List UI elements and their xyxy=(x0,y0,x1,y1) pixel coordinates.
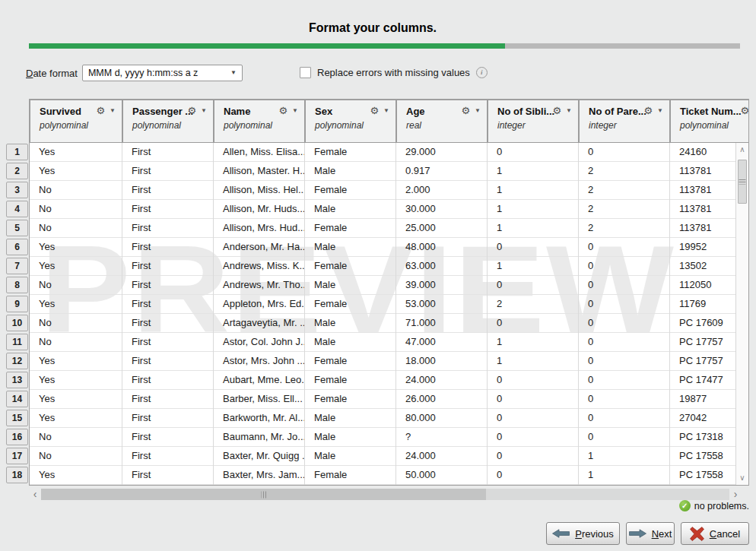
table-cell: 39.000 xyxy=(396,276,488,295)
column-header-no-of-pare[interactable]: No of Pare...⚙▼integer xyxy=(579,100,670,143)
column-header-sex[interactable]: Sex⚙▼polynominal xyxy=(305,100,396,143)
column-header-icons: ⚙▼ xyxy=(187,106,207,116)
date-format-select[interactable]: MMM d, yyyy h:mm:ss a z ▼ xyxy=(82,65,243,81)
table-cell: Yes xyxy=(30,371,122,390)
row-number: 16 xyxy=(6,429,28,445)
table-cell: Appleton, Mrs. Ed... xyxy=(214,295,305,314)
table-cell: Allison, Mr. Huds... xyxy=(214,200,305,219)
gear-icon[interactable]: ⚙ xyxy=(96,106,105,116)
chevron-down-icon[interactable]: ▼ xyxy=(566,108,572,114)
next-button[interactable]: Next xyxy=(626,522,675,545)
gear-icon[interactable]: ⚙ xyxy=(187,106,196,116)
row-number: 6 xyxy=(6,239,28,255)
row-number-gutter: 123456789101112131415161718 xyxy=(6,144,28,486)
row-number: 9 xyxy=(6,296,28,312)
column-header-survived[interactable]: Survived⚙▼polynominal xyxy=(30,100,122,143)
table-cell: First xyxy=(122,238,214,257)
table-cell: 0 xyxy=(579,371,670,390)
gear-icon[interactable]: ⚙ xyxy=(740,106,749,116)
table-cell: 1 xyxy=(488,352,579,371)
table-cell: Yes xyxy=(30,352,122,371)
row-number: 2 xyxy=(6,163,28,179)
table-cell: Female xyxy=(305,466,396,485)
gear-icon[interactable]: ⚙ xyxy=(370,106,379,116)
info-icon[interactable]: i xyxy=(476,67,488,78)
gear-icon[interactable]: ⚙ xyxy=(552,106,561,116)
table-cell: Baxter, Mr. Quigg ... xyxy=(214,447,305,466)
table-cell: Yes xyxy=(30,466,122,485)
table-cell: 0 xyxy=(488,238,579,257)
table-cell: Female xyxy=(305,181,396,200)
table-cell: 53.000 xyxy=(396,295,488,314)
table-cell: Astor, Col. John J... xyxy=(214,333,305,352)
chevron-down-icon[interactable]: ▼ xyxy=(110,108,116,114)
chevron-down-icon[interactable]: ▼ xyxy=(383,108,389,114)
table-cell: Allison, Miss. Hel... xyxy=(214,181,305,200)
table-cell: No xyxy=(30,200,122,219)
table-row: YesFirstBarber, Miss. Ell...Female26.000… xyxy=(30,390,748,409)
column-header-ticket-num[interactable]: Ticket Num...⚙▼polynominal xyxy=(670,100,749,143)
table-cell: First xyxy=(122,200,214,219)
table-cell: ? xyxy=(396,428,488,447)
row-number: 10 xyxy=(6,315,28,331)
table-cell: First xyxy=(122,466,214,485)
scroll-up-icon[interactable]: ∧ xyxy=(736,144,748,155)
column-header-passenger[interactable]: Passenger ...⚙▼polynominal xyxy=(122,100,214,143)
horizontal-scroll-track[interactable] xyxy=(41,489,729,500)
chevron-down-icon[interactable]: ▼ xyxy=(201,108,207,114)
column-header-no-of-sibli[interactable]: No of Sibli...⚙▼integer xyxy=(488,100,579,143)
table-cell: 0 xyxy=(579,314,670,333)
horizontal-scroll-thumb[interactable] xyxy=(41,489,486,500)
row-number: 8 xyxy=(6,277,28,293)
chevron-down-icon[interactable]: ▼ xyxy=(292,108,298,114)
column-header-icons: ⚙▼ xyxy=(370,106,389,116)
scroll-right-icon[interactable]: › xyxy=(729,489,742,500)
table-cell: First xyxy=(122,314,214,333)
gear-icon[interactable]: ⚙ xyxy=(278,106,287,116)
table-cell: Yes xyxy=(30,295,122,314)
row-number: 5 xyxy=(6,220,28,236)
table-cell: 0 xyxy=(579,409,670,428)
vertical-scrollbar[interactable]: ∧ ∨ xyxy=(735,143,748,485)
column-header-age[interactable]: Age⚙▼real xyxy=(396,100,488,143)
row-number: 12 xyxy=(6,353,28,369)
table-cell: 0 xyxy=(488,390,579,409)
cancel-button[interactable]: Cancel xyxy=(681,522,749,545)
table-cell: Male xyxy=(305,409,396,428)
chevron-down-icon[interactable]: ▼ xyxy=(657,108,663,114)
horizontal-scrollbar[interactable]: ‹ › xyxy=(29,489,742,500)
vertical-scroll-thumb[interactable] xyxy=(738,160,747,204)
table-row: NoFirstAllison, Mr. Huds...Male30.000121… xyxy=(30,200,748,219)
table-row: NoFirstBaxter, Mr. Quigg ...Male24.00001… xyxy=(30,447,748,466)
thumb-grip-icon xyxy=(261,491,266,498)
table-cell: Male xyxy=(305,162,396,181)
table-cell: 0 xyxy=(579,390,670,409)
table-row: NoFirstAllison, Miss. Hel...Female2.0001… xyxy=(30,181,748,200)
table-cell: Male xyxy=(305,428,396,447)
table-row: NoFirstAllison, Mrs. Hud...Female25.0001… xyxy=(30,219,748,238)
chevron-down-icon[interactable]: ▼ xyxy=(230,70,237,76)
table-cell: 0 xyxy=(579,352,670,371)
table-cell: Astor, Mrs. John ... xyxy=(214,352,305,371)
column-header-name[interactable]: Name⚙▼polynominal xyxy=(214,100,305,143)
scroll-left-icon[interactable]: ‹ xyxy=(29,489,41,500)
row-number: 17 xyxy=(6,448,28,464)
row-number: 11 xyxy=(6,334,28,350)
chevron-down-icon[interactable]: ▼ xyxy=(475,108,481,114)
scroll-down-icon[interactable]: ∨ xyxy=(736,473,748,483)
status-text: no problems. xyxy=(694,501,749,511)
previous-button[interactable]: Previous xyxy=(546,522,620,545)
gear-icon[interactable]: ⚙ xyxy=(461,106,470,116)
table-cell: First xyxy=(122,352,214,371)
column-type: polynominal xyxy=(224,120,300,131)
replace-errors-checkbox[interactable] xyxy=(300,67,311,78)
table-cell: 24.000 xyxy=(396,447,488,466)
row-number: 14 xyxy=(6,391,28,407)
table-cell: First xyxy=(122,295,214,314)
table-cell: 2 xyxy=(579,219,670,238)
gear-icon[interactable]: ⚙ xyxy=(643,106,653,116)
column-header-icons: ⚙▼ xyxy=(643,106,663,116)
column-header-icons: ⚙▼ xyxy=(278,106,298,116)
table-cell: 0 xyxy=(488,428,579,447)
wizard-progress-bar xyxy=(29,43,740,49)
